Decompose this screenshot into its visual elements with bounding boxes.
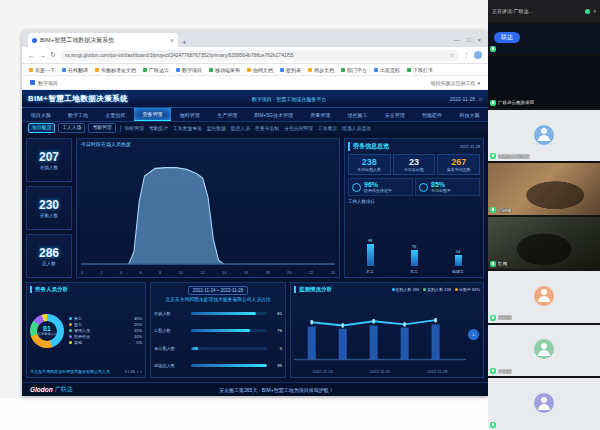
bookmark-item[interactable]: 广联达云 — [143, 67, 169, 73]
bookmark-item[interactable]: 签到表 — [280, 67, 301, 73]
date-range-chip[interactable]: 2022-11-24 ~ 2022-11-28 — [188, 286, 249, 295]
close-icon[interactable]: × — [477, 37, 481, 43]
panel-title: 监测情况分析 — [294, 286, 332, 293]
subnav-item[interactable]: 分包合同管理 — [284, 125, 313, 131]
nav-tab[interactable]: 质量管理 — [302, 108, 339, 121]
legend-label: 技工 — [74, 322, 132, 327]
bookmark-star-icon[interactable]: ☆ — [450, 52, 454, 58]
next-page-icon[interactable]: › — [140, 368, 142, 374]
nav-tab[interactable]: BIM+5G技术管理 — [246, 108, 302, 121]
minimize-icon[interactable]: — — [454, 37, 460, 43]
participant-list: 广联达云南质保部 西南办公司陈园 邱晓峰 — [488, 56, 600, 430]
legend-dot-icon — [392, 288, 395, 291]
reload-icon[interactable]: ↻ — [50, 51, 56, 59]
nav-tab[interactable]: 科技大脑 — [451, 108, 488, 121]
nav-tab[interactable]: 绿色施工 — [339, 108, 376, 121]
x-tick: 12 — [200, 270, 204, 275]
donut-center-value: 81 — [43, 325, 51, 332]
subnav-item[interactable]: 工资发放专项 — [173, 125, 202, 131]
bookmark-item[interactable]: 在线翻译 — [62, 67, 88, 73]
bookmark-item[interactable]: 移动端发布 — [209, 67, 240, 73]
participant-name: 彭丽丽 — [498, 315, 512, 320]
back-icon[interactable]: ← — [28, 52, 35, 59]
bookmark-label: 在线翻译 — [68, 67, 88, 73]
ratio-bar-fill — [191, 312, 256, 315]
nav-tab[interactable]: 生产管理 — [208, 108, 245, 121]
bookmark-item[interactable]: 数字项目 — [176, 67, 202, 73]
bookmark-item[interactable]: 出差流程 — [374, 67, 400, 73]
bookmark-label: 广联达云 — [149, 67, 169, 73]
mic-icon — [490, 207, 496, 213]
tab-close-icon[interactable]: × — [170, 37, 174, 44]
dashboard-nav: 项目大脑数字工地全景指挥劳务管理物料管理生产管理BIM+5G技术管理质量管理绿色… — [22, 108, 488, 122]
participant-tile[interactable]: 马海燕 — [488, 325, 600, 377]
export-button[interactable]: ↓ — [468, 329, 479, 340]
subnav-item[interactable]: 工资展示 — [318, 125, 337, 131]
subnav-item[interactable]: 监控数据 — [207, 125, 226, 131]
subnav-item[interactable]: 劳务实名制 — [255, 125, 279, 131]
collapse-icon[interactable]: ▾ — [593, 8, 596, 14]
forward-icon[interactable]: → — [39, 52, 46, 59]
subnav-item[interactable]: 隐患人员 — [231, 125, 250, 131]
nav-tab[interactable]: 数字工地 — [59, 108, 96, 121]
tab-title: BIM+智慧工地数据决策系统 — [40, 36, 167, 45]
nav-tab[interactable]: 安全管理 — [376, 108, 413, 121]
browser-menu-icon[interactable]: ⋮ — [463, 51, 470, 59]
subnav-item[interactable]: 考勤统计 — [149, 125, 168, 131]
trade-bar-item: 98 木工 — [367, 238, 374, 266]
address-bar[interactable]: xx.smgt.glodon.com/po-iot/dashboard/3/pr… — [60, 50, 459, 61]
subnav-item[interactable]: 现场人员流动 — [342, 125, 371, 131]
labor-donut-chart: 81 劳务整体人员 — [30, 314, 64, 348]
panel-title: 劳务人员分析 — [30, 286, 142, 293]
bookmark-item[interactable]: 百度一下 — [29, 67, 55, 73]
speaker-icon — [585, 9, 590, 14]
fullscreen-icon[interactable]: □ — [479, 96, 482, 102]
ratio-label: 出勤人数 — [154, 328, 188, 333]
participant-tile[interactable]: 红梅 — [488, 217, 600, 269]
nav-tab[interactable]: 物料管理 — [171, 108, 208, 121]
legend-dot-icon — [69, 335, 72, 338]
participant-tile[interactable]: 彭丽丽 — [488, 271, 600, 323]
nav-tab[interactable]: 劳务管理 — [134, 108, 171, 121]
ratio-row: 在岗人数 81 — [154, 311, 282, 316]
monitor-x-label: 2022-11-28 — [427, 369, 447, 374]
legend-value: 10% — [134, 334, 142, 339]
subnav-primary-tab[interactable]: 项目概况 — [28, 123, 55, 133]
participant-tile[interactable]: 邱晓峰 — [488, 163, 600, 215]
browser-tab[interactable]: BIM+智慧工地数据决策系统 × — [28, 33, 178, 47]
bookmark-item[interactable]: 部门平台 — [341, 67, 367, 73]
bookmark-item[interactable]: 下班打卡 — [407, 67, 433, 73]
trade-value: 98 — [368, 238, 372, 243]
bookmark-label: 移动端发布 — [215, 67, 240, 73]
stat-card: 230 应勤人数 — [26, 186, 72, 230]
bookmark-item[interactable]: 同步文档 — [308, 67, 334, 73]
bookmark-item[interactable]: 协同文档 — [247, 67, 273, 73]
subnav-item[interactable]: 班组管理 — [125, 125, 144, 131]
legend-dot-icon — [69, 323, 72, 326]
share-pill-button[interactable]: 联达 — [494, 32, 520, 43]
participant-tile[interactable] — [488, 378, 600, 430]
x-tick: 0 — [81, 270, 83, 275]
chart-title: 今日时段在场人员热度 — [81, 141, 131, 147]
nav-tab[interactable]: 智能硬件 — [413, 108, 450, 121]
bookmark-favicon-icon — [341, 68, 345, 72]
participant-tile[interactable]: 西南办公司陈园 — [488, 110, 600, 162]
browser-profile-avatar[interactable] — [474, 51, 482, 59]
nav-tab[interactable]: 项目大脑 — [22, 108, 59, 121]
prev-page-icon[interactable]: ‹ — [137, 368, 139, 374]
nav-tab[interactable]: 全景指挥 — [97, 108, 134, 121]
bookmark-item[interactable]: 实施标准化文档 — [95, 67, 136, 73]
share-preview-tile[interactable]: 联达 — [488, 24, 600, 54]
project-selector[interactable]: 项目实践示范例工程 ▾ — [430, 80, 480, 86]
tab-favicon-icon — [32, 38, 37, 43]
site-logo-icon — [30, 80, 35, 85]
x-tick: 10 — [179, 270, 183, 275]
new-tab-button[interactable]: + — [182, 38, 187, 47]
legend-label: 管理人员 — [74, 328, 132, 333]
stat-card: 286 总人数 — [26, 234, 72, 278]
subnav-primary-tab[interactable]: 工人入场 — [58, 123, 85, 133]
participant-tile[interactable]: 广联达云南质保部 — [488, 56, 600, 108]
attendance-stat-cards: 207 在岗人数 230 应勤人数 286 总人数 — [26, 138, 72, 278]
maximize-icon[interactable]: □ — [467, 37, 471, 43]
subnav-primary-tab[interactable]: 考勤管理 — [88, 123, 115, 133]
